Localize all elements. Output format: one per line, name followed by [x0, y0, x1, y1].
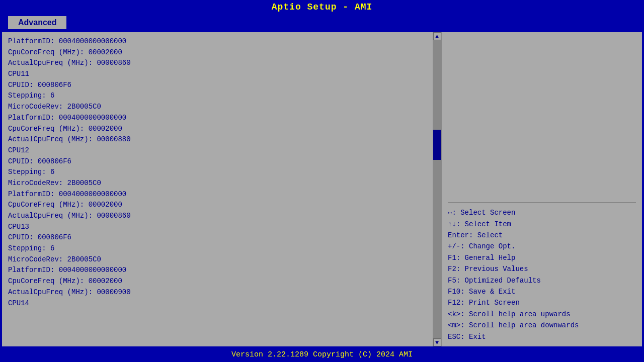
- key-binding-line: ↔: Select Screen: [448, 207, 636, 218]
- key-binding-line: F12: Print Screen: [448, 297, 636, 308]
- navigation-bar: Advanced: [0, 14, 644, 31]
- list-item: PlatformID: 0004000000000000: [8, 36, 427, 47]
- key-binding-line: F10: Save & Exit: [448, 286, 636, 297]
- right-panel: ↔: Select Screen↑↓: Select ItemEnter: Se…: [441, 32, 642, 346]
- key-binding-line: ↑↓: Select Item: [448, 219, 636, 230]
- list-item: CPU12: [8, 145, 427, 156]
- key-binding-line: F1: General Help: [448, 252, 636, 263]
- list-item: ActualCpuFreq (MHz): 00000860: [8, 58, 427, 69]
- list-item: ActualCpuFreq (MHz): 00000900: [8, 287, 427, 298]
- list-item: CPU13: [8, 222, 427, 233]
- key-binding-line: F5: Optimized Defaults: [448, 275, 636, 286]
- key-binding-line: F2: Previous Values: [448, 263, 636, 275]
- list-item: CPU11: [8, 69, 427, 80]
- left-panel: PlatformID: 0004000000000000CpuCoreFreq …: [2, 32, 433, 346]
- list-item: Stepping: 6: [8, 90, 427, 102]
- list-item: CpuCoreFreq (MHz): 00002000: [8, 276, 427, 287]
- scroll-down-button[interactable]: ▼: [433, 338, 441, 346]
- list-item: MicroCodeRev: 2B0005C0: [8, 254, 427, 265]
- list-item: CpuCoreFreq (MHz): 00002000: [8, 124, 427, 135]
- scroll-up-button[interactable]: ▲: [433, 32, 441, 40]
- list-item: MicroCodeRev: 2B0005C0: [8, 178, 427, 189]
- key-binding-line: ESC: Exit: [448, 331, 636, 342]
- key-bindings: ↔: Select Screen↑↓: Select ItemEnter: Se…: [448, 207, 636, 342]
- key-binding-line: +/-: Change Opt.: [448, 241, 636, 252]
- list-item: CpuCoreFreq (MHz): 00002000: [8, 47, 427, 58]
- list-item: CPU14: [8, 298, 427, 309]
- scrollbar: ▲ ▼: [433, 32, 441, 346]
- app-title: Aptio Setup - AMI: [0, 0, 644, 14]
- list-item: CPUID: 000806F6: [8, 80, 427, 91]
- list-item: Stepping: 6: [8, 243, 427, 254]
- list-item: PlatformID: 0004000000000000: [8, 113, 427, 124]
- list-item: CPUID: 000806F6: [8, 232, 427, 243]
- help-area: [448, 36, 636, 203]
- footer: Version 2.22.1289 Copyright (C) 2024 AMI: [0, 347, 644, 362]
- list-item: PlatformID: 0004000000000000: [8, 189, 427, 200]
- key-binding-line: <k>: Scroll help area upwards: [448, 309, 636, 320]
- list-item: Stepping: 6: [8, 167, 427, 178]
- tab-advanced[interactable]: Advanced: [8, 16, 66, 29]
- list-item: CpuCoreFreq (MHz): 00002000: [8, 200, 427, 211]
- list-item: MicroCodeRev: 2B0005C0: [8, 102, 427, 113]
- footer-text: Version 2.22.1289 Copyright (C) 2024 AMI: [231, 350, 413, 359]
- list-item: PlatformID: 0004000000000000: [8, 265, 427, 276]
- key-binding-line: <m>: Scroll help area downwards: [448, 320, 636, 331]
- list-item: ActualCpuFreq (MHz): 00000880: [8, 134, 427, 145]
- list-item: ActualCpuFreq (MHz): 00000860: [8, 211, 427, 222]
- list-item: CPUID: 000806F6: [8, 156, 427, 167]
- scroll-thumb[interactable]: [433, 130, 441, 160]
- main-content: PlatformID: 0004000000000000CpuCoreFreq …: [2, 32, 642, 346]
- header-title-text: Aptio Setup - AMI: [272, 2, 373, 12]
- key-binding-line: Enter: Select: [448, 230, 636, 241]
- scroll-track: [433, 40, 441, 338]
